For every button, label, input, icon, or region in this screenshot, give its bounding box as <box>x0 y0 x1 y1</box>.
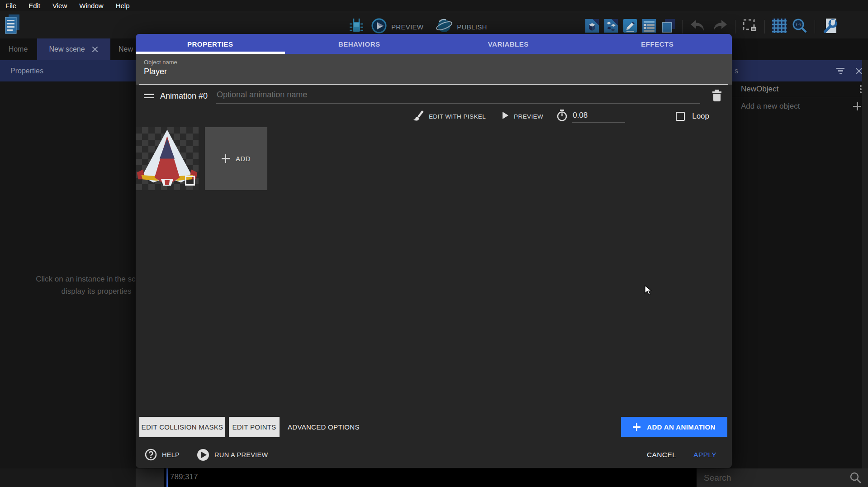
zoom-1-1-icon[interactable]: 1:1 <box>792 18 807 35</box>
sprite-frame-thumbnail[interactable] <box>136 127 199 190</box>
status-bar: 789;317 <box>0 468 868 487</box>
dialog-tab-bar: PROPERTIES BEHAVIORS VARIABLES EFFECTS <box>136 34 732 54</box>
object-name-input[interactable] <box>144 67 723 76</box>
dialog-footer: HELP RUN A PREVIEW CANCEL APPLY <box>136 441 732 468</box>
gdevelop-window: File Edit View Window Help <box>0 0 868 487</box>
animation-controls-row: EDIT WITH PISKEL PREVIEW Loop <box>136 107 732 125</box>
debug-icon[interactable] <box>349 18 364 36</box>
tab-new-scene[interactable]: New scene <box>37 38 110 60</box>
advanced-options-button[interactable]: ADVANCED OPTIONS <box>288 423 360 431</box>
help-label: HELP <box>162 451 180 458</box>
preview-play-icon[interactable] <box>371 18 387 36</box>
loop-checkbox[interactable] <box>676 112 685 121</box>
grid-icon[interactable] <box>772 19 787 35</box>
cursor-coordinates: 789;317 <box>170 473 198 482</box>
add-an-animation-button[interactable]: ADD AN ANIMATION <box>621 417 727 437</box>
apply-button[interactable]: APPLY <box>693 451 716 459</box>
layers-icon[interactable] <box>661 19 675 34</box>
plus-icon <box>633 423 640 431</box>
close-tab-icon[interactable] <box>91 46 99 53</box>
menu-file[interactable]: File <box>5 2 16 10</box>
status-bar-block <box>136 468 164 487</box>
animation-frames-row: ADD <box>136 127 267 190</box>
help-button[interactable]: HELP <box>145 449 180 461</box>
objects-panel-header: s <box>732 60 868 81</box>
properties-panel-header: Properties <box>0 60 136 81</box>
play-icon <box>501 111 509 122</box>
objects-panel: s NewObject Add a new object <box>732 60 868 468</box>
events-editor-icon[interactable] <box>642 19 656 34</box>
menu-bar: File Edit View Window Help <box>0 0 868 11</box>
help-icon <box>145 449 157 461</box>
drag-handle-icon[interactable] <box>144 94 154 98</box>
publish-button[interactable]: PUBLISH <box>457 23 487 31</box>
timer-icon <box>556 109 568 124</box>
plus-icon <box>222 154 230 163</box>
animation-header-row: Animation #0 <box>136 85 732 107</box>
add-object-plus-icon[interactable] <box>853 102 862 111</box>
more-vert-icon[interactable] <box>860 85 862 93</box>
panel-scrollbar[interactable] <box>862 60 868 468</box>
filter-icon[interactable] <box>836 68 844 74</box>
time-between-frames-input[interactable] <box>572 110 625 123</box>
animation-name-input[interactable] <box>216 88 700 104</box>
object-name-field: Object name <box>136 54 732 85</box>
tab-new-scene-label: New scene <box>49 45 85 53</box>
search-icon <box>849 472 862 484</box>
mask-selection-icon[interactable] <box>743 19 757 34</box>
objects-panel-title-partial: s <box>735 67 738 75</box>
scene-properties-wrench-icon[interactable] <box>822 19 837 35</box>
object-groups-icon[interactable] <box>604 19 618 34</box>
add-frame-button[interactable]: ADD <box>205 127 267 190</box>
object-name-label: Object name <box>144 59 732 66</box>
dialog-action-row: EDIT COLLISION MASKS EDIT POINTS ADVANCE… <box>136 416 732 437</box>
menu-window[interactable]: Window <box>79 2 103 10</box>
preview-button[interactable]: PREVIEW <box>391 23 423 31</box>
object-list-item[interactable]: NewObject <box>732 81 868 97</box>
status-bar-accent <box>166 468 168 487</box>
add-new-object-row[interactable]: Add a new object <box>732 97 868 115</box>
cancel-button[interactable]: CANCEL <box>647 451 676 459</box>
properties-panel: Properties Click on an instance in the s… <box>0 60 136 468</box>
menu-edit[interactable]: Edit <box>28 2 40 10</box>
run-preview-icon <box>197 449 209 461</box>
trash-icon[interactable] <box>711 88 723 104</box>
tab-properties[interactable]: PROPERTIES <box>136 34 285 54</box>
project-manager-icon[interactable] <box>4 14 21 37</box>
objects-editor-icon[interactable] <box>585 19 599 34</box>
menu-help[interactable]: Help <box>116 2 130 10</box>
edit-with-piskel-button[interactable]: EDIT WITH PISKEL <box>429 113 486 120</box>
properties-empty-message: Click on an instance in the scene to dis… <box>5 273 136 297</box>
mouse-cursor <box>645 285 655 298</box>
add-new-object-label: Add a new object <box>741 102 800 111</box>
publish-planet-icon[interactable] <box>436 17 453 36</box>
brush-icon <box>413 110 424 123</box>
edit-points-button[interactable]: EDIT POINTS <box>229 417 280 437</box>
tab-home[interactable]: Home <box>0 38 36 60</box>
run-a-preview-label: RUN A PREVIEW <box>214 451 268 458</box>
run-a-preview-button[interactable]: RUN A PREVIEW <box>197 449 268 461</box>
frame-select-checkbox[interactable] <box>185 176 195 186</box>
edit-scene-icon[interactable] <box>623 19 637 34</box>
search-bar <box>697 468 868 487</box>
object-editor-dialog: PROPERTIES BEHAVIORS VARIABLES EFFECTS O… <box>136 34 732 468</box>
menu-view[interactable]: View <box>52 2 67 10</box>
undo-icon[interactable] <box>690 19 706 34</box>
svg-text:1:1: 1:1 <box>796 23 802 27</box>
search-input[interactable] <box>704 473 849 483</box>
tab-effects[interactable]: EFFECTS <box>583 34 732 54</box>
status-bar-left <box>0 468 136 487</box>
edit-collision-masks-button[interactable]: EDIT COLLISION MASKS <box>139 417 225 437</box>
object-list-item-label: NewObject <box>741 85 778 94</box>
loop-label: Loop <box>692 112 709 121</box>
redo-icon[interactable] <box>711 19 728 34</box>
tab-behaviors[interactable]: BEHAVIORS <box>285 34 434 54</box>
preview-animation-button[interactable]: PREVIEW <box>514 113 543 120</box>
add-an-animation-label: ADD AN ANIMATION <box>647 423 716 431</box>
tab-variables[interactable]: VARIABLES <box>434 34 583 54</box>
animation-title: Animation #0 <box>160 91 208 101</box>
add-frame-label: ADD <box>236 155 251 162</box>
